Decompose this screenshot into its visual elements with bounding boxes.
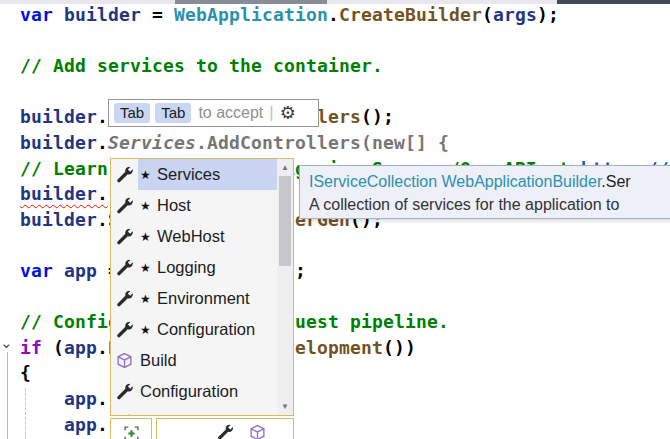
code-token: app — [64, 260, 97, 281]
intellicode-star-icon: ★ — [140, 292, 157, 306]
completion-item-label: Logging — [157, 258, 216, 277]
completion-item[interactable]: ★Logging — [111, 252, 277, 283]
tooltip-description: A collection of services for the applica… — [309, 193, 669, 216]
code-token: . — [97, 388, 108, 409]
scrollbar-thumb[interactable] — [279, 176, 291, 266]
wrench-icon — [116, 320, 138, 339]
code-token — [20, 414, 64, 435]
intellicode-star-icon: ★ — [140, 261, 157, 275]
code-line: var builder = WebApplication.CreateBuild… — [20, 2, 559, 28]
intellicode-star-icon: ★ — [140, 199, 157, 213]
scroll-up-arrow-icon[interactable]: ▲ — [277, 160, 293, 175]
code-token: builder — [20, 106, 97, 127]
completion-filter-toolbar — [156, 418, 294, 439]
completion-item-label-area: ★Configuration — [138, 314, 277, 345]
tab-key-chip: Tab — [155, 103, 191, 123]
completion-item-label: Host — [157, 196, 191, 215]
completion-item-label: Build — [140, 351, 177, 370]
hint-separator: | — [269, 103, 273, 123]
code-token: ( — [482, 4, 493, 25]
completion-item-label-area — [138, 407, 277, 416]
completion-item-label-area: ★Environment — [138, 283, 277, 314]
code-token: app — [64, 388, 97, 409]
code-token: ()) — [383, 337, 416, 358]
code-token: app — [64, 337, 97, 358]
completion-item-label-area: ★WebHost — [138, 221, 277, 252]
code-line: { — [20, 360, 31, 386]
code-token: if — [20, 337, 42, 358]
code-token: . — [97, 132, 108, 153]
code-token: builder — [20, 183, 97, 204]
completion-item-label: WebHost — [157, 227, 225, 246]
completion-item[interactable]: ★Host — [111, 190, 277, 221]
code-token: ); — [537, 4, 559, 25]
code-token: var — [20, 260, 53, 281]
completion-item-label-area: ★Host — [138, 190, 277, 221]
wrench-icon[interactable] — [217, 424, 234, 439]
completion-item[interactable]: ★Services — [111, 159, 277, 190]
completion-item-label-area: ★Services — [138, 159, 277, 190]
completion-item[interactable]: ★WebHost — [111, 221, 277, 252]
tooltip-member: .Ser — [601, 173, 630, 190]
intellicode-star-icon: ★ — [140, 168, 157, 182]
code-token — [53, 4, 64, 25]
intellicode-star-icon: ★ — [140, 230, 157, 244]
wrench-icon — [116, 165, 138, 184]
code-token: . — [97, 106, 108, 127]
code-token: (); — [361, 106, 394, 127]
completion-item[interactable]: ★Configuration — [111, 314, 277, 345]
code-line: app. — [20, 386, 108, 412]
completion-item[interactable]: Build — [111, 345, 277, 376]
scroll-down-arrow-icon[interactable]: ▼ — [277, 399, 293, 414]
completion-item-label-area: Build — [138, 345, 277, 376]
completion-item-label: Configuration — [140, 382, 238, 401]
tab-key-chip: Tab — [114, 103, 150, 123]
completion-item-label-area: ★Logging — [138, 252, 277, 283]
code-token: .AddControllers(new[] { — [196, 132, 449, 153]
completion-list: ★Services★Host★WebHost★Logging★Environme… — [111, 159, 277, 415]
code-line: // Add services to the container. — [20, 53, 383, 79]
code-token — [53, 260, 64, 281]
code-token: ( — [42, 337, 64, 358]
code-line: app. — [20, 412, 108, 438]
code-token: var — [20, 4, 53, 25]
code-token: builder — [20, 132, 97, 153]
wrench-icon — [116, 413, 138, 416]
completion-item[interactable] — [111, 407, 277, 416]
completion-item[interactable]: Configuration — [111, 376, 277, 407]
code-token: builder — [20, 209, 97, 230]
completion-item[interactable]: ★Environment — [111, 283, 277, 314]
completion-item-label-area: Configuration — [138, 376, 277, 407]
code-token: = — [141, 4, 174, 25]
completion-scrollbar[interactable]: ▲ ▼ — [277, 159, 293, 415]
code-token — [20, 388, 64, 409]
completion-item-label: Environment — [157, 289, 250, 308]
tooltip-class-name: WebApplicationBuilder — [442, 173, 602, 190]
add-import-button[interactable] — [110, 418, 152, 439]
tooltip-signature: IServiceCollection WebApplicationBuilder… — [309, 170, 669, 193]
wrench-icon — [116, 289, 138, 308]
code-line: builder.Services.AddControllers(new[] { — [20, 130, 449, 156]
wrench-icon — [116, 258, 138, 277]
code-token: builder — [64, 4, 141, 25]
code-token: . — [97, 337, 108, 358]
code-token: . — [328, 4, 339, 25]
gear-icon[interactable]: ⚙ — [280, 104, 296, 122]
code-editor[interactable]: var builder = WebApplication.CreateBuild… — [0, 0, 670, 439]
quick-info-tooltip: IServiceCollection WebApplicationBuilder… — [299, 165, 670, 219]
wrench-icon — [116, 382, 138, 401]
tooltip-return-type: IServiceCollection — [309, 173, 437, 190]
wrench-icon — [116, 196, 138, 215]
code-token: Services — [108, 132, 196, 153]
intellicode-star-icon: ★ — [140, 323, 157, 337]
cube-icon[interactable] — [249, 424, 266, 439]
completion-popup: ★Services★Host★WebHost★Logging★Environme… — [110, 158, 294, 416]
code-token: . — [97, 209, 108, 230]
completion-item-label: Configuration — [157, 320, 255, 339]
code-line: builder. — [20, 181, 108, 207]
code-token: app — [64, 414, 97, 435]
code-token: . — [97, 183, 108, 204]
hint-accept-label: to accept — [198, 104, 263, 122]
code-token: . — [97, 414, 108, 435]
code-token: args — [493, 4, 537, 25]
